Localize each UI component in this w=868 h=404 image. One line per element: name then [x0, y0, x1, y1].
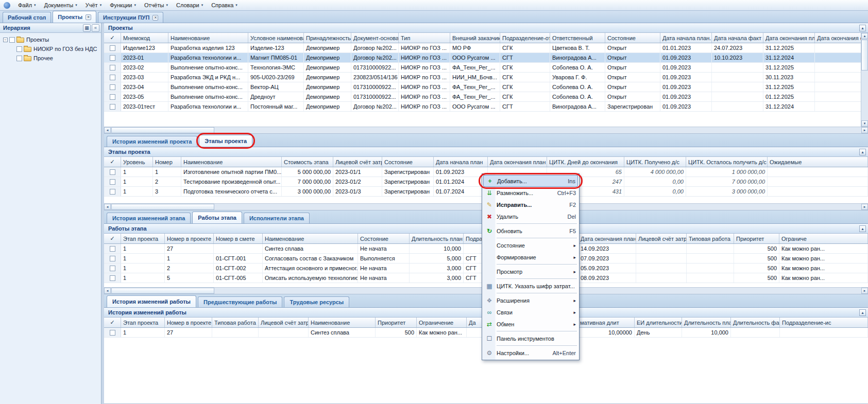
table-row[interactable]: 2023-04Выполнение опытно-конс...Вектор-А… [104, 82, 868, 92]
table-row[interactable]: 2023-01тестРазработка технологии и...Пос… [104, 102, 868, 112]
column-header[interactable]: Дата начала план [434, 157, 488, 167]
menubar-item[interactable]: Словари▾ [172, 1, 207, 9]
column-header[interactable]: Этап проекта [121, 318, 165, 327]
scroll-thumb[interactable] [111, 288, 214, 294]
column-header[interactable]: Мнемокод [121, 33, 168, 43]
column-header[interactable]: Типовая работа [212, 318, 259, 327]
column-header[interactable]: ЕИ длительности [635, 318, 682, 327]
table-row[interactable]: 2023-05Выполнение опытно-конс...Дредноут… [104, 92, 868, 102]
context-menu-item[interactable]: ⚙Настройки...Alt+Enter [483, 347, 578, 359]
column-header[interactable]: Наименование [263, 234, 358, 243]
context-menu-item[interactable]: ▦ЦИТК. Указать шифр затрат... [483, 280, 578, 292]
context-menu-item[interactable]: ∞Связи▸ [483, 306, 578, 318]
tab-projects[interactable]: Проекты× [53, 11, 96, 23]
table-row[interactable]: 2023-02Выполнение опытно-конс...Технолог… [104, 63, 868, 73]
row-checkbox[interactable] [110, 256, 115, 261]
column-header[interactable]: Дата окончания план [488, 157, 547, 167]
panel-view-icon[interactable]: ▦ [83, 24, 91, 32]
table-row[interactable]: 2023-03Разработка ЭКД и РКД н...905-U020… [104, 73, 868, 82]
column-header[interactable]: Приоритет [376, 318, 417, 327]
row-checkbox[interactable] [110, 169, 115, 175]
menubar-item[interactable]: Учёт▾ [81, 1, 106, 9]
scroll-left-icon[interactable]: ◂ [104, 127, 111, 133]
column-header[interactable]: Дата окончания пл [763, 33, 815, 43]
context-menu-item[interactable]: ✎Исправить...F2 [483, 199, 578, 210]
collapse-section-icon[interactable]: ▴ [859, 149, 866, 155]
table-row[interactable]: Изделие123Разработка изделия 123Изделие-… [104, 43, 868, 53]
column-header[interactable]: Уровень [121, 157, 153, 167]
row-checkbox[interactable] [110, 84, 115, 90]
column-header[interactable]: Состояние [605, 33, 660, 43]
column-header[interactable]: ЦИТК. Получено д/с [624, 157, 686, 167]
scroll-right-icon[interactable]: ▸ [861, 288, 868, 294]
scroll-down-icon[interactable]: ▾ [861, 120, 868, 127]
row-checkbox[interactable] [110, 189, 115, 195]
row-checkbox[interactable] [110, 75, 115, 80]
column-header[interactable]: Дата начала факт [712, 33, 763, 43]
column-header[interactable]: Дата окончания план [578, 234, 636, 243]
column-header[interactable]: Дата окончания ф [815, 33, 868, 43]
column-header[interactable]: Дата начала план. [660, 33, 712, 43]
column-header[interactable]: Наименование [168, 33, 248, 43]
context-menu-item[interactable]: ☐Панель инструментов [483, 332, 578, 344]
column-header[interactable]: Длительность пла [682, 318, 731, 327]
scroll-track[interactable] [861, 71, 868, 120]
collapse-section-icon[interactable]: ▴ [859, 225, 866, 232]
column-header[interactable]: Номер в смете [214, 234, 263, 243]
tab-work-history[interactable]: История изменений работы [107, 295, 196, 307]
scroll-thumb[interactable] [111, 204, 214, 210]
column-header[interactable]: Приоритет [734, 234, 779, 243]
menubar-item[interactable]: Функции▾ [106, 1, 140, 9]
projects-vscrollbar[interactable]: ▴ ▾ [861, 33, 868, 127]
scroll-up-icon[interactable]: ▴ [861, 33, 868, 39]
column-header[interactable]: Этап проекта [121, 234, 165, 243]
column-header[interactable]: Номер [153, 157, 181, 167]
projects-hscrollbar[interactable]: ◂ ▸ [104, 127, 868, 133]
column-header[interactable]: Лицевой счёт затр [259, 318, 309, 327]
column-header[interactable]: Подразделение-ис [780, 318, 868, 327]
column-header[interactable]: Наименование [309, 318, 376, 327]
tree-item[interactable]: НИОКР по ГОЗ без НДС [0, 44, 101, 54]
context-menu-item[interactable]: ⇊Размножить...Ctrl+F3 [483, 187, 578, 199]
row-checkbox[interactable] [110, 330, 115, 336]
row-checkbox[interactable] [110, 104, 115, 110]
column-header[interactable]: Подразделение-от [500, 33, 550, 43]
tab-close-icon[interactable]: × [152, 15, 158, 21]
table-row[interactable]: 2023-01Разработка технологии и...Магнит … [104, 53, 868, 63]
column-header[interactable]: Типовая работа [687, 234, 734, 243]
column-header[interactable]: ✓ [104, 234, 121, 243]
column-header[interactable]: Стоимость этапа [282, 157, 333, 167]
context-menu-item[interactable]: Формирование▸ [483, 251, 578, 263]
row-checkbox[interactable] [110, 275, 115, 281]
scroll-track[interactable] [214, 127, 861, 133]
column-header[interactable]: ЦИТК. Осталось получить д/с [686, 157, 768, 167]
tree-checkbox[interactable] [16, 46, 22, 52]
tab-stage-executors[interactable]: Исполнители этапа [244, 213, 310, 223]
scroll-thumb[interactable] [861, 40, 868, 71]
column-header[interactable]: Номер в проекте [165, 318, 212, 327]
column-header[interactable]: Ограничение [417, 318, 467, 327]
column-header[interactable]: Тип [399, 33, 450, 43]
tab-desktop[interactable]: Рабочий стол [3, 12, 51, 23]
tab-labor-resources[interactable]: Трудовые ресурсы [284, 296, 349, 307]
context-menu-item[interactable]: ❖Расширения▸ [483, 294, 578, 306]
tab-stage-history[interactable]: История изменений этапа [107, 213, 191, 223]
tree-expander-icon[interactable]: − [3, 38, 8, 42]
row-checkbox[interactable] [110, 179, 115, 185]
column-header[interactable]: Условное наименова [248, 33, 304, 43]
tab-project-history[interactable]: История изменений проекта [107, 136, 197, 147]
column-header[interactable]: Лицевой счёт затр [636, 234, 687, 243]
column-header[interactable]: Наименование [181, 157, 282, 167]
row-checkbox[interactable] [110, 94, 115, 100]
column-header[interactable]: мативная длит [578, 318, 635, 327]
column-header[interactable]: Ограниче [779, 234, 868, 243]
collapse-panel-icon[interactable]: « [92, 24, 99, 32]
tree-checkbox[interactable] [9, 37, 15, 43]
context-menu-item[interactable]: +Добавить...Ins [483, 175, 578, 187]
scroll-left-icon[interactable]: ◂ [104, 288, 111, 294]
column-header[interactable]: Документ-основан [351, 33, 399, 43]
column-header[interactable]: Ожидаемые [768, 157, 868, 167]
context-menu-item[interactable]: Просмотр▸ [483, 266, 578, 277]
menubar-item[interactable]: Справка▾ [207, 1, 242, 9]
menubar-item[interactable]: Файл▾ [14, 1, 40, 9]
